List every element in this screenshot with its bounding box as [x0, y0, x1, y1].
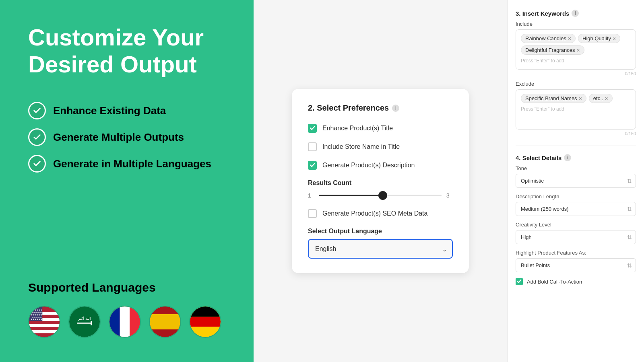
tag-etc[interactable]: etc.. ×: [589, 94, 613, 103]
supported-languages-section: Supported Languages: [28, 281, 221, 338]
flag-row: ★★★★★★ ★★★★★ ★★★★★★ ★★★★★ ★★★★★★ الله أك…: [28, 306, 221, 338]
checkbox-enhance-title-label: Enhance Product(s) Title: [322, 125, 393, 132]
svg-rect-34: [190, 317, 221, 327]
exclude-label: Exclude: [516, 81, 636, 87]
creativity-select[interactable]: Low Medium High: [516, 230, 636, 244]
slider-min: 1: [308, 192, 314, 199]
highlight-label: Highlight Product Features As:: [516, 250, 636, 256]
flag-de: [189, 306, 221, 338]
language-select[interactable]: English Spanish French German Arabic: [308, 239, 453, 259]
svg-rect-24: [120, 306, 130, 337]
tag-high-quality-remove[interactable]: ×: [613, 36, 616, 41]
exclude-tag-row: Specific Brand Names × etc.. ×: [521, 94, 631, 103]
checkbox-enhance-title[interactable]: Enhance Product(s) Title: [308, 124, 453, 133]
cta-checkbox[interactable]: [516, 278, 523, 285]
tag-high-quality[interactable]: High Quality ×: [578, 34, 620, 43]
include-label: Include: [516, 21, 636, 27]
flag-sa: الله أكبر: [68, 306, 101, 338]
tone-select-wrapper: Optimistic Professional Friendly Persuas…: [516, 174, 636, 188]
tag-delightful-fragrances[interactable]: Delightful Fragrances ×: [521, 45, 584, 55]
tag-etc-remove[interactable]: ×: [605, 96, 608, 101]
highlight-select-wrapper: Bullet Points Numbered List Paragraph: [516, 258, 636, 272]
tag-specific-brand-names-remove[interactable]: ×: [579, 96, 582, 101]
include-input-hint: Press "Enter" to add: [521, 58, 631, 64]
feature-item-1: Enhance Existing Data: [28, 102, 233, 119]
flag-fr: [109, 306, 141, 338]
select-language-section: Select Output Language English Spanish F…: [308, 228, 453, 259]
feature-item-2: Generate Multiple Outputs: [28, 128, 233, 146]
exclude-char-count: 0/150: [516, 131, 636, 136]
slider-thumb[interactable]: [378, 191, 387, 200]
right-panel: 3. Insert Keywords i Include Rainbow Can…: [507, 0, 644, 362]
highlight-select[interactable]: Bullet Points Numbered List Paragraph: [516, 258, 636, 272]
preferences-info-icon[interactable]: i: [392, 105, 399, 112]
hero-title: Customize Your Desired Output: [28, 24, 233, 78]
svg-rect-29: [150, 306, 180, 314]
desc-length-select[interactable]: Short (100 words) Medium (250 words) Lon…: [516, 202, 636, 216]
slider-container[interactable]: [319, 191, 442, 200]
checkbox-store-name-box[interactable]: [308, 142, 317, 151]
preferences-card: 2. Select Preferences i Enhance Product(…: [292, 89, 469, 273]
checkbox-enhance-title-box[interactable]: [308, 124, 317, 133]
results-count-label: Results Count: [308, 179, 453, 187]
highlight-row: Highlight Product Features As: Bullet Po…: [516, 250, 636, 272]
desc-length-row: Description Length Short (100 words) Med…: [516, 193, 636, 216]
include-char-count: 0/150: [516, 71, 636, 76]
keywords-info-icon[interactable]: i: [572, 10, 579, 17]
checkbox-seo-meta[interactable]: Generate Product(s) SEO Meta Data: [308, 209, 453, 218]
supported-languages-title: Supported Languages: [28, 281, 221, 294]
svg-rect-28: [150, 314, 180, 329]
tone-row: Tone Optimistic Professional Friendly Pe…: [516, 165, 636, 188]
details-section: 4. Select Details i Tone Optimistic Prof…: [516, 154, 636, 285]
svg-rect-23: [109, 306, 120, 337]
cta-checkbox-label: Add Bold Call-To-Action: [527, 279, 582, 285]
include-keywords-box[interactable]: Rainbow Candles × High Quality × Delight…: [516, 29, 636, 70]
feature-text-1: Enhance Existing Data: [53, 105, 166, 117]
tag-rainbow-candles-remove[interactable]: ×: [568, 36, 571, 41]
language-select-wrapper: English Spanish French German Arabic ⌄: [308, 239, 453, 259]
tone-label: Tone: [516, 165, 636, 171]
tag-rainbow-candles[interactable]: Rainbow Candles ×: [521, 34, 576, 43]
divider: [516, 146, 636, 146]
middle-panel: 2. Select Preferences i Enhance Product(…: [254, 0, 507, 362]
language-select-label: Select Output Language: [308, 228, 453, 235]
checkbox-generate-desc-box[interactable]: [308, 161, 317, 170]
tag-delightful-fragrances-remove[interactable]: ×: [577, 47, 580, 53]
check-icon-2: [28, 128, 46, 146]
cta-checkbox-row[interactable]: Add Bold Call-To-Action: [516, 278, 636, 285]
svg-rect-5: [29, 321, 60, 324]
slider-row: 1 3: [308, 191, 453, 200]
svg-rect-33: [190, 306, 221, 317]
svg-rect-35: [190, 327, 221, 337]
svg-rect-6: [29, 324, 60, 327]
feature-item-3: Generate in Multiple Languages: [28, 155, 233, 173]
checkbox-seo-meta-box[interactable]: [308, 209, 317, 218]
include-tag-row: Rainbow Candles × High Quality × Delight…: [521, 34, 631, 55]
results-count-section: Results Count 1 3: [308, 179, 453, 200]
svg-text:★★★★★★: ★★★★★★: [31, 318, 43, 321]
flag-es: [149, 306, 181, 338]
svg-rect-9: [29, 333, 60, 337]
details-info-icon[interactable]: i: [564, 154, 571, 161]
flag-us: ★★★★★★ ★★★★★ ★★★★★★ ★★★★★ ★★★★★★: [28, 306, 60, 338]
svg-rect-19: [77, 323, 92, 324]
tag-specific-brand-names[interactable]: Specific Brand Names ×: [521, 94, 586, 103]
preferences-section-title: 2. Select Preferences i: [308, 103, 453, 113]
svg-rect-25: [130, 306, 140, 337]
svg-rect-20: [91, 321, 92, 325]
checkbox-store-name[interactable]: Include Store Name in Title: [308, 142, 453, 151]
creativity-row: Creativity Level Low Medium High: [516, 222, 636, 244]
check-icon-3: [28, 155, 46, 173]
exclude-keywords-box[interactable]: Specific Brand Names × etc.. × Press "En…: [516, 89, 636, 130]
checkbox-generate-desc[interactable]: Generate Product(s) Description: [308, 161, 453, 170]
tone-select[interactable]: Optimistic Professional Friendly Persuas…: [516, 174, 636, 188]
svg-rect-7: [29, 327, 60, 330]
checkbox-seo-meta-label: Generate Product(s) SEO Meta Data: [322, 210, 427, 217]
feature-list: Enhance Existing Data Generate Multiple …: [28, 102, 233, 173]
desc-length-select-wrapper: Short (100 words) Medium (250 words) Lon…: [516, 202, 636, 216]
feature-text-2: Generate Multiple Outputs: [53, 131, 184, 144]
svg-text:الله أكبر: الله أكبر: [78, 316, 91, 321]
check-icon-1: [28, 102, 46, 119]
creativity-select-wrapper: Low Medium High: [516, 230, 636, 244]
keywords-section: 3. Insert Keywords i Include Rainbow Can…: [516, 10, 636, 136]
